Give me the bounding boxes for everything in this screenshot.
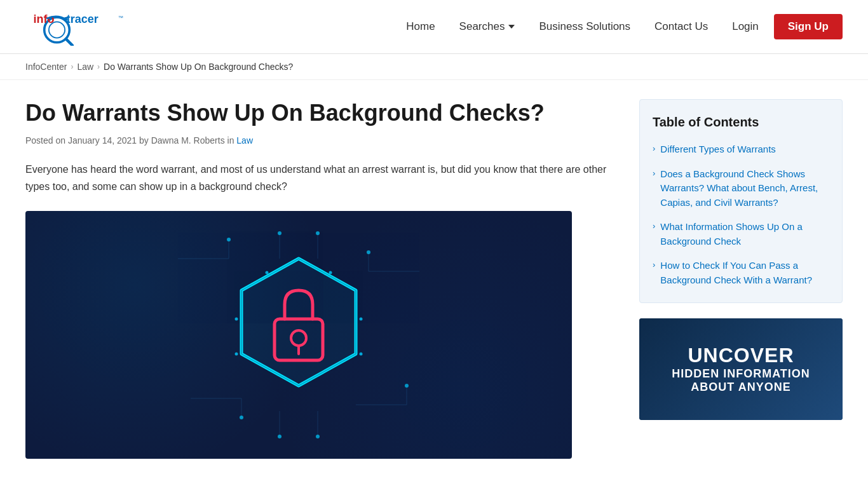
- svg-point-32: [266, 271, 269, 274]
- svg-point-20: [367, 250, 370, 254]
- svg-point-26: [316, 435, 320, 438]
- promo-hidden: HIDDEN INFORMATION: [672, 367, 810, 381]
- svg-point-19: [227, 238, 231, 241]
- promo-text: UNCOVER HIDDEN INFORMATION ABOUT ANYONE: [659, 332, 823, 406]
- toc-item: ›How to Check If You Can Pass a Backgrou…: [653, 259, 829, 287]
- chevron-right-icon: ›: [653, 221, 655, 231]
- svg-marker-27: [241, 259, 356, 386]
- svg-text:tracer: tracer: [67, 13, 98, 25]
- chevron-right-icon: ›: [653, 260, 655, 269]
- svg-point-37: [360, 352, 363, 355]
- svg-line-2: [66, 39, 72, 45]
- toc-list: ›Different Types of Warrants›Does a Back…: [653, 142, 829, 287]
- article-meta-law-link[interactable]: Law: [236, 135, 253, 146]
- article-area: Do Warrants Show Up On Background Checks…: [25, 99, 614, 459]
- toc-link[interactable]: Does a Background Check Shows Warrants? …: [660, 167, 829, 210]
- nav-signup[interactable]: Sign Up: [774, 14, 843, 39]
- nav-business-solutions[interactable]: Business Solutions: [530, 15, 639, 38]
- svg-point-36: [235, 352, 238, 355]
- toc-link[interactable]: What Information Shows Up On a Backgroun…: [660, 220, 829, 248]
- svg-point-25: [278, 435, 281, 438]
- breadcrumb-infocenter[interactable]: InfoCenter: [25, 62, 67, 72]
- breadcrumb-sep-1: ›: [71, 62, 73, 71]
- svg-point-33: [329, 271, 332, 274]
- site-header: info tracer ™ Home Searches Business Sol…: [0, 0, 868, 54]
- toc-link[interactable]: Different Types of Warrants: [660, 142, 775, 157]
- nav-contact-us[interactable]: Contact Us: [646, 15, 717, 38]
- toc-item: ›What Information Shows Up On a Backgrou…: [653, 220, 829, 248]
- svg-rect-29: [275, 319, 323, 360]
- svg-point-22: [405, 384, 409, 388]
- breadcrumb-current: Do Warrants Show Up On Background Checks…: [104, 62, 293, 72]
- toc-title: Table of Contents: [653, 115, 829, 130]
- promo-uncover: UNCOVER: [672, 344, 810, 367]
- svg-point-21: [240, 416, 243, 419]
- nav-searches[interactable]: Searches: [451, 15, 524, 38]
- chevron-right-icon: ›: [653, 144, 655, 153]
- article-hero-image: [25, 211, 572, 459]
- chevron-right-icon: ›: [653, 168, 655, 178]
- main-container: Do Warrants Show Up On Background Checks…: [0, 80, 868, 478]
- toc-link[interactable]: How to Check If You Can Pass a Backgroun…: [660, 259, 829, 287]
- svg-marker-28: [241, 259, 356, 386]
- toc-box: Table of Contents ›Different Types of Wa…: [639, 99, 843, 303]
- article-meta: Posted on January 14, 2021 by Dawna M. R…: [25, 135, 614, 146]
- chevron-down-icon: [508, 25, 515, 29]
- svg-point-30: [291, 330, 306, 346]
- nav-login[interactable]: Login: [723, 15, 768, 38]
- svg-text:™: ™: [118, 15, 123, 21]
- svg-point-23: [278, 231, 281, 235]
- svg-point-34: [235, 317, 238, 320]
- breadcrumb-law[interactable]: Law: [77, 62, 93, 72]
- toc-item: ›Different Types of Warrants: [653, 142, 829, 157]
- breadcrumb-sep-2: ›: [97, 62, 100, 71]
- sidebar: Table of Contents ›Different Types of Wa…: [639, 99, 843, 459]
- toc-item: ›Does a Background Check Shows Warrants?…: [653, 167, 829, 210]
- logo[interactable]: info tracer ™: [25, 8, 140, 46]
- svg-text:info: info: [34, 13, 55, 25]
- article-intro: Everyone has heard the word warrant, and…: [25, 161, 614, 195]
- article-title: Do Warrants Show Up On Background Checks…: [25, 99, 614, 126]
- svg-point-35: [360, 317, 363, 320]
- main-nav: Home Searches Business Solutions Contact…: [397, 14, 843, 39]
- promo-box[interactable]: UNCOVER HIDDEN INFORMATION ABOUT ANYONE: [639, 318, 843, 420]
- breadcrumb: InfoCenter › Law › Do Warrants Show Up O…: [0, 54, 868, 80]
- promo-about: ABOUT ANYONE: [672, 381, 810, 394]
- svg-point-24: [316, 231, 320, 235]
- nav-home[interactable]: Home: [397, 15, 444, 38]
